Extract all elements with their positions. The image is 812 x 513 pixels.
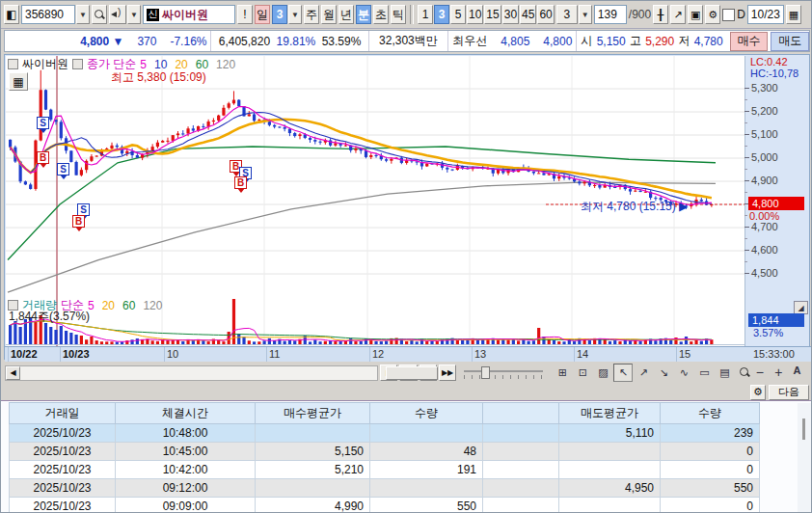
calendar-button[interactable]: ▦: [786, 5, 801, 24]
hscroll-thumb[interactable]: [386, 366, 438, 380]
sound-button[interactable]: [109, 5, 126, 24]
period-minute-button[interactable]: 분: [356, 5, 371, 24]
speed-slider[interactable]: [464, 365, 543, 381]
trend-down-tool-icon[interactable]: ↘: [654, 364, 673, 382]
table-cell: [370, 424, 483, 443]
window-toggle-button[interactable]: ◧: [4, 5, 19, 24]
col-header[interactable]: 수량: [370, 403, 483, 424]
col-header[interactable]: 매도평균가: [559, 403, 661, 424]
chart-image-icon[interactable]: ▤: [715, 364, 734, 382]
y-tick: 4,900: [751, 175, 778, 186]
table-row[interactable]: 2025/10/2310:48:005,110239: [10, 424, 760, 443]
minute-60-button[interactable]: 60: [537, 5, 554, 24]
col-header[interactable]: 수량: [661, 403, 760, 424]
count-dropdown[interactable]: ▼: [579, 5, 592, 24]
font-button[interactable]: A: [793, 364, 809, 382]
save-button[interactable]: ▣: [688, 5, 703, 24]
expand-icon[interactable]: ◢: [794, 301, 808, 314]
slider-ticks: [464, 375, 543, 379]
slider-track: [464, 370, 543, 372]
period-month-button[interactable]: 월: [321, 5, 337, 24]
table-cell: [559, 461, 661, 479]
period-day-button[interactable]: 일: [255, 5, 270, 24]
period-second-button[interactable]: 초: [373, 5, 389, 24]
minute-5-button[interactable]: 5: [450, 5, 466, 24]
x-tick: 10/22: [11, 348, 38, 360]
compare-line-button[interactable]: ↗: [670, 5, 686, 24]
table-row[interactable]: 2025/10/2309:12:004,950550: [10, 479, 760, 498]
slider-thumb[interactable]: [481, 366, 490, 379]
table-vscrollbar[interactable]: [798, 403, 811, 513]
search-icon: [95, 10, 105, 20]
table-row[interactable]: 2025/10/2310:42:005,2101910: [10, 461, 760, 479]
window-add-icon[interactable]: ⊞: [553, 364, 572, 382]
count-combo[interactable]: 3: [556, 5, 578, 24]
ma-120-label: 120: [216, 58, 235, 71]
zoom-tool-button[interactable]: [736, 364, 752, 382]
stock-code-input[interactable]: 356890: [21, 5, 75, 24]
col-header[interactable]: 매수평균가: [256, 403, 370, 424]
minute-10-button[interactable]: 10: [467, 5, 483, 24]
list-settings-button[interactable]: ⚙: [750, 385, 766, 400]
zoom-out-button[interactable]: −: [755, 364, 771, 382]
legend-toggle-icon[interactable]: [8, 59, 18, 69]
interval-dropdown[interactable]: ▼: [288, 5, 302, 24]
trend-up-tool-icon[interactable]: ↗: [634, 364, 653, 382]
sell-button[interactable]: 매도: [771, 32, 809, 51]
table-cell: 550: [661, 479, 760, 498]
minute-3-button[interactable]: 3: [434, 5, 449, 24]
sound-dropdown[interactable]: ▼: [127, 5, 141, 24]
open-price: 5,150: [597, 35, 626, 48]
minute-45-button[interactable]: 45: [520, 5, 536, 24]
wave-tool-icon[interactable]: ∿: [674, 364, 693, 382]
trendline-add-icon: ↗: [674, 10, 683, 20]
table-cell: [559, 498, 661, 513]
cursor-tool-icon[interactable]: ↖: [613, 364, 633, 382]
table-row[interactable]: 2025/10/2310:45:005,150480: [10, 443, 760, 461]
search-button[interactable]: [92, 5, 107, 24]
y-tick: 4,500: [751, 267, 778, 279]
date-input[interactable]: 10/23: [747, 5, 784, 24]
minute-30-button[interactable]: 30: [502, 5, 519, 24]
alert-button[interactable]: !: [237, 5, 253, 24]
table-cell: 10:48:00: [116, 424, 256, 443]
scroll-left-icon[interactable]: ◀: [6, 366, 20, 380]
period-week-button[interactable]: 주: [304, 5, 319, 24]
vol-ma-120-label: 120: [143, 299, 162, 312]
stock-code-dropdown[interactable]: ▼: [76, 5, 90, 24]
table-cell: 2025/10/23: [10, 498, 116, 513]
low-price: 4,780: [694, 35, 723, 48]
d-checkbox[interactable]: [722, 9, 735, 21]
eraser-icon[interactable]: ▭: [694, 364, 714, 382]
col-header[interactable]: [483, 403, 559, 424]
settings-button[interactable]: ⚙: [705, 5, 720, 24]
minute-1-button[interactable]: 1: [418, 5, 433, 24]
chart-grid-button[interactable]: ▦: [9, 72, 28, 91]
zoom-in-button[interactable]: +: [773, 364, 790, 382]
col-header[interactable]: 거래일: [10, 403, 116, 424]
stock-name-box[interactable]: 신 싸이버원: [143, 5, 235, 24]
next-button[interactable]: 다음: [769, 385, 809, 400]
chart-hscrollbar[interactable]: ◀: [5, 365, 378, 381]
col-header[interactable]: 체결시간: [116, 403, 256, 424]
compare-candle-button[interactable]: ╂: [653, 5, 668, 24]
table-row[interactable]: 2025/10/2309:09:004,9905500: [10, 498, 760, 513]
new-stock-badge: 신: [147, 9, 159, 21]
price-chart[interactable]: [6, 56, 745, 296]
period-tick-button[interactable]: 틱: [391, 5, 406, 24]
interval-combo[interactable]: 3: [272, 5, 287, 24]
table-cell: 5,210: [256, 461, 370, 479]
time-axis[interactable]: 10/2210/23101112131415 15:33:00: [5, 346, 811, 362]
buy-button[interactable]: 매수: [730, 32, 769, 51]
minute-15-button[interactable]: 15: [484, 5, 501, 24]
current-volume-badge: 1,844: [748, 313, 804, 327]
table-cell: 239: [661, 424, 760, 443]
bar-count-input[interactable]: 139: [594, 5, 627, 24]
window-overlay-icon[interactable]: ⊡: [573, 364, 592, 382]
pattern-icon[interactable]: ▨: [593, 364, 612, 382]
legend-stock-name: 싸이버원: [22, 56, 68, 72]
fast-forward-button[interactable]: ▶▶: [439, 364, 456, 381]
period-year-button[interactable]: 년: [338, 5, 354, 24]
vscroll-thumb[interactable]: [802, 418, 805, 440]
legend-toggle-icon[interactable]: [72, 59, 83, 69]
